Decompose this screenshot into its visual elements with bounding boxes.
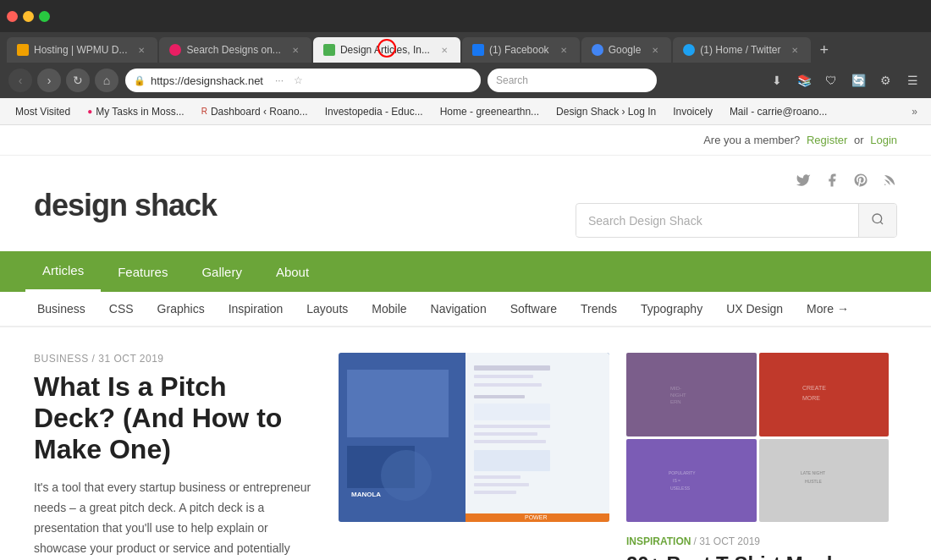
- nav-mobile[interactable]: Mobile: [360, 292, 418, 326]
- nav-ux-design[interactable]: UX Design: [714, 292, 795, 326]
- nav-navigation[interactable]: Navigation: [419, 292, 499, 326]
- twitter-icon[interactable]: [796, 173, 811, 191]
- bookmark-dashboard[interactable]: R Dashboard ‹ Roano...: [195, 104, 315, 119]
- login-link[interactable]: Login: [870, 134, 897, 146]
- nav-trends[interactable]: Trends: [569, 292, 629, 326]
- svg-text:IS =: IS =: [673, 478, 680, 483]
- minimize-button[interactable]: [23, 11, 34, 22]
- svg-rect-16: [474, 450, 550, 471]
- svg-text:MID-: MID-: [670, 386, 681, 391]
- bookmark-investopedia[interactable]: Investopedia - Educ...: [318, 104, 430, 119]
- social-icons: [796, 173, 897, 191]
- search-input[interactable]: [576, 206, 858, 236]
- bookmark-label: Most Visited: [15, 106, 70, 118]
- bookmark-home-green[interactable]: Home - greenearthn...: [433, 104, 546, 119]
- nav-css[interactable]: CSS: [97, 292, 146, 326]
- article-title[interactable]: What Is a Pitch Deck? (And How to Make O…: [34, 371, 313, 464]
- tab-twitter[interactable]: (1) Home / Twitter ✕: [673, 37, 811, 63]
- bookmark-invoicely[interactable]: Invoicely: [666, 104, 719, 119]
- site-content: Are you a member? Register or Login desi…: [0, 125, 931, 560]
- download-icon[interactable]: ⬇: [767, 70, 787, 91]
- bookmark-designshack[interactable]: Design Shack › Log In: [549, 104, 663, 119]
- home-button[interactable]: ⌂: [95, 69, 118, 92]
- forward-button[interactable]: ›: [37, 69, 61, 92]
- tab-facebook[interactable]: (1) Facebook ✕: [462, 37, 580, 63]
- tab-close-icon[interactable]: ✕: [438, 44, 450, 56]
- svg-text:CREATE: CREATE: [802, 385, 826, 391]
- svg-rect-17: [474, 475, 521, 479]
- featured-article: BUSINESS / 31 OCT 2019 What Is a Pitch D…: [34, 353, 339, 560]
- tab-label: Search Designs on...: [186, 44, 280, 56]
- tab-search-designs[interactable]: Search Designs on... ✕: [159, 37, 311, 63]
- facebook-icon[interactable]: [824, 173, 840, 191]
- maximize-button[interactable]: [39, 11, 50, 22]
- library-icon[interactable]: 📚: [794, 70, 814, 91]
- bookmark-mail[interactable]: Mail - carrie@roano...: [723, 104, 835, 119]
- nav-features[interactable]: Features: [101, 253, 185, 291]
- nav-software[interactable]: Software: [499, 292, 569, 326]
- nav-typography[interactable]: Typography: [629, 292, 714, 326]
- reload-button[interactable]: ↻: [66, 69, 90, 92]
- site-logo: design shack: [34, 188, 217, 223]
- right-article-area: MID-NIGHTERN CREATEMORE POPULARITYIS =US…: [609, 353, 897, 560]
- tab-wpmu[interactable]: Hosting | WPMU D... ✕: [7, 37, 157, 63]
- register-link[interactable]: Register: [807, 134, 847, 146]
- tshirt-image-grid: MID-NIGHTERN CREATEMORE POPULARITYIS =US…: [626, 353, 889, 522]
- tab-close-icon[interactable]: ✕: [289, 44, 301, 56]
- tabs-bar: Hosting | WPMU D... ✕ Search Designs on.…: [0, 32, 931, 63]
- shield-icon[interactable]: 🛡: [821, 70, 841, 91]
- menu-icon[interactable]: ☰: [902, 70, 923, 91]
- bookmark-label: Invoicely: [673, 106, 713, 118]
- settings-icon[interactable]: ⚙: [875, 70, 895, 91]
- search-placeholder: Search: [496, 74, 528, 86]
- svg-point-7: [381, 450, 432, 501]
- tab-close-icon[interactable]: ✕: [135, 44, 147, 56]
- svg-point-1: [873, 214, 882, 223]
- bookmark-icon[interactable]: ☆: [290, 73, 306, 88]
- nav-layouts[interactable]: Layouts: [295, 292, 360, 326]
- tab-design-articles[interactable]: Design Articles, In... ✕: [313, 37, 460, 63]
- pinterest-icon[interactable]: [853, 173, 868, 191]
- nav-articles[interactable]: Articles: [25, 251, 101, 292]
- bookmarks-more[interactable]: »: [906, 104, 923, 119]
- tab-close-icon[interactable]: ✕: [558, 44, 570, 56]
- back-button[interactable]: ‹: [8, 69, 32, 92]
- bookmark-my-tasks[interactable]: ● My Tasks in Moss...: [80, 104, 191, 119]
- right-article-title[interactable]: 20+ Best T-Shirt Mockup Templates 2019 (…: [626, 552, 897, 560]
- nav-more[interactable]: More →: [795, 292, 861, 326]
- site-header: design shack: [0, 156, 931, 251]
- nav-business[interactable]: Business: [25, 292, 97, 326]
- tab-label: Google: [609, 44, 642, 56]
- sync-icon[interactable]: 🔄: [848, 70, 868, 91]
- url-text: https://designshack.net: [151, 74, 263, 87]
- close-button[interactable]: [7, 11, 18, 22]
- url-bar[interactable]: 🔒 https://designshack.net ··· ☆: [125, 69, 481, 92]
- rss-icon[interactable]: [882, 173, 897, 191]
- tab-close-icon[interactable]: ✕: [789, 44, 801, 56]
- svg-text:HUSTLE: HUSTLE: [805, 479, 822, 484]
- nav-graphics[interactable]: Graphics: [146, 292, 217, 326]
- url-action-dots[interactable]: ···: [272, 73, 287, 88]
- search-form: [576, 203, 897, 238]
- svg-rect-13: [474, 425, 550, 428]
- tab-label: (1) Home / Twitter: [700, 44, 780, 56]
- nav-gallery[interactable]: Gallery: [185, 253, 259, 291]
- article-category: BUSINESS / 31 OCT 2019: [34, 353, 313, 365]
- tab-close-icon[interactable]: ✕: [649, 44, 661, 56]
- header-right: [576, 173, 897, 238]
- new-tab-button[interactable]: +: [813, 38, 835, 63]
- svg-point-0: [884, 184, 886, 186]
- bookmark-label: Dashboard ‹ Roano...: [211, 106, 308, 118]
- bookmark-most-visited[interactable]: Most Visited: [8, 104, 77, 119]
- tshirt-img-1: MID-NIGHTERN: [626, 353, 757, 436]
- search-bar[interactable]: Search: [488, 69, 657, 92]
- nav-buttons: ‹ › ↻ ⌂: [8, 69, 118, 92]
- bookmark-label: My Tasks in Moss...: [96, 106, 184, 118]
- svg-text:ERN: ERN: [670, 399, 681, 404]
- nav-inspiration[interactable]: Inspiration: [217, 292, 295, 326]
- primary-nav: Articles Features Gallery About: [0, 251, 931, 292]
- tab-google[interactable]: Google ✕: [581, 37, 672, 63]
- search-button[interactable]: [858, 204, 896, 237]
- nav-about[interactable]: About: [259, 253, 326, 291]
- tshirt-img-3: POPULARITYIS =USELESS: [626, 439, 757, 523]
